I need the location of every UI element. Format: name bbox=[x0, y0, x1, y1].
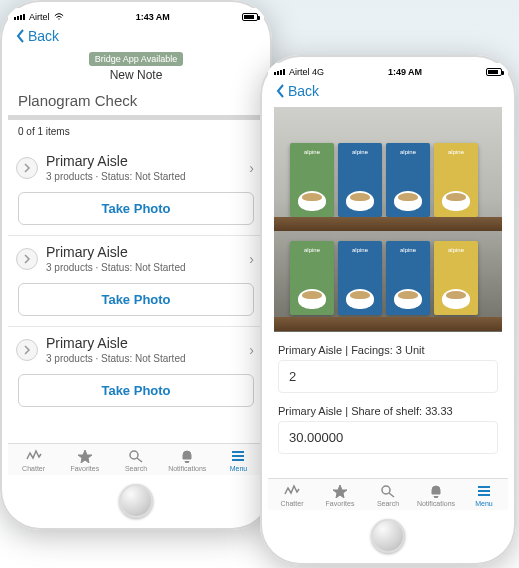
nav-bar: Back bbox=[8, 24, 264, 50]
home-button[interactable] bbox=[371, 519, 405, 553]
camera-preview: alpine alpine alpine alpine alpine alpin… bbox=[274, 107, 502, 332]
item-title: Primary Aisle bbox=[46, 153, 241, 169]
tab-chatter[interactable]: Chatter bbox=[8, 444, 59, 475]
screen-left: Airtel 1:43 AM Back Bridge App Available… bbox=[8, 8, 264, 475]
shelf-row: alpine alpine alpine alpine bbox=[290, 241, 478, 315]
tab-label: Chatter bbox=[22, 465, 45, 472]
product-logo: alpine bbox=[400, 247, 416, 253]
share-input[interactable]: 30.00000 bbox=[278, 421, 498, 454]
tab-label: Menu bbox=[475, 500, 493, 507]
items-list: Primary Aisle 3 products · Status: Not S… bbox=[8, 145, 264, 443]
tab-bar: Chatter Favorites Search Notifications M… bbox=[268, 478, 508, 510]
product-box: alpine bbox=[434, 143, 478, 217]
tab-label: Search bbox=[377, 500, 399, 507]
signal-icon bbox=[274, 69, 285, 75]
home-button[interactable] bbox=[119, 484, 153, 518]
item-title: Primary Aisle bbox=[46, 335, 241, 351]
item-subtitle: 3 products · Status: Not Started bbox=[46, 171, 241, 182]
item-subtitle: 3 products · Status: Not Started bbox=[46, 262, 241, 273]
take-photo-button[interactable]: Take Photo bbox=[18, 283, 254, 316]
product-box: alpine bbox=[386, 143, 430, 217]
back-label: Back bbox=[288, 83, 319, 99]
screen-right: Airtel 4G 1:49 AM Back alpine alpine alp… bbox=[268, 63, 508, 510]
product-box: alpine bbox=[290, 241, 334, 315]
tab-search[interactable]: Search bbox=[364, 479, 412, 510]
status-bar: Airtel 1:43 AM bbox=[8, 8, 264, 24]
status-time: 1:43 AM bbox=[136, 12, 170, 22]
tab-favorites[interactable]: Favorites bbox=[59, 444, 110, 475]
chevron-left-icon bbox=[16, 29, 26, 43]
status-bar: Airtel 4G 1:49 AM bbox=[268, 63, 508, 79]
field-label-facings: Primary Aisle | Facings: 3 Unit bbox=[268, 338, 508, 360]
progress-bar bbox=[8, 115, 264, 120]
field-label-share: Primary Aisle | Share of shelf: 33.33 bbox=[268, 399, 508, 421]
tab-label: Favorites bbox=[70, 465, 99, 472]
update-banner[interactable]: Bridge App Available bbox=[89, 52, 183, 66]
product-logo: alpine bbox=[352, 149, 368, 155]
tab-notifications[interactable]: Notifications bbox=[412, 479, 460, 510]
shelf-row: alpine alpine alpine alpine bbox=[290, 143, 478, 217]
phone-right: Airtel 4G 1:49 AM Back alpine alpine alp… bbox=[260, 55, 516, 565]
chevron-right-icon: › bbox=[249, 251, 256, 267]
battery-icon bbox=[486, 68, 502, 76]
chevron-icon bbox=[16, 248, 38, 270]
battery-icon bbox=[242, 13, 258, 21]
facings-input[interactable]: 2 bbox=[278, 360, 498, 393]
svg-point-1 bbox=[382, 486, 390, 494]
back-button[interactable]: Back bbox=[276, 83, 319, 99]
back-button[interactable]: Back bbox=[16, 28, 59, 44]
shelf bbox=[274, 317, 502, 331]
take-photo-button[interactable]: Take Photo bbox=[18, 374, 254, 407]
shelf bbox=[274, 217, 502, 231]
signal-icon bbox=[14, 14, 25, 20]
svg-point-0 bbox=[130, 451, 138, 459]
chevron-icon bbox=[16, 157, 38, 179]
item-title: Primary Aisle bbox=[46, 244, 241, 260]
tab-search[interactable]: Search bbox=[110, 444, 161, 475]
tab-bar: Chatter Favorites Search Notifications M… bbox=[8, 443, 264, 475]
product-logo: alpine bbox=[400, 149, 416, 155]
product-logo: alpine bbox=[352, 247, 368, 253]
product-box: alpine bbox=[338, 241, 382, 315]
product-logo: alpine bbox=[304, 149, 320, 155]
tab-label: Notifications bbox=[168, 465, 206, 472]
product-box: alpine bbox=[434, 241, 478, 315]
status-time: 1:49 AM bbox=[388, 67, 422, 77]
tab-label: Search bbox=[125, 465, 147, 472]
tab-chatter[interactable]: Chatter bbox=[268, 479, 316, 510]
tab-favorites[interactable]: Favorites bbox=[316, 479, 364, 510]
product-logo: alpine bbox=[304, 247, 320, 253]
item-subtitle: 3 products · Status: Not Started bbox=[46, 353, 241, 364]
list-item[interactable]: Primary Aisle 3 products · Status: Not S… bbox=[8, 236, 264, 277]
list-item[interactable]: Primary Aisle 3 products · Status: Not S… bbox=[8, 327, 264, 368]
tab-label: Favorites bbox=[326, 500, 355, 507]
chevron-icon bbox=[16, 339, 38, 361]
tab-menu[interactable]: Menu bbox=[213, 444, 264, 475]
page-title: Planogram Check bbox=[8, 88, 264, 115]
items-counter: 0 of 1 items bbox=[8, 124, 264, 145]
carrier-label: Airtel 4G bbox=[289, 67, 324, 77]
product-box: alpine bbox=[386, 241, 430, 315]
product-logo: alpine bbox=[448, 247, 464, 253]
chevron-left-icon bbox=[276, 84, 286, 98]
chevron-right-icon: › bbox=[249, 160, 256, 176]
tab-label: Menu bbox=[230, 465, 248, 472]
page-subtitle: New Note bbox=[8, 66, 264, 88]
back-label: Back bbox=[28, 28, 59, 44]
list-item[interactable]: Primary Aisle 3 products · Status: Not S… bbox=[8, 145, 264, 186]
tab-label: Notifications bbox=[417, 500, 455, 507]
tab-menu[interactable]: Menu bbox=[460, 479, 508, 510]
nav-bar: Back bbox=[268, 79, 508, 105]
product-box: alpine bbox=[338, 143, 382, 217]
carrier-label: Airtel bbox=[29, 12, 50, 22]
product-box: alpine bbox=[290, 143, 334, 217]
chevron-right-icon: › bbox=[249, 342, 256, 358]
tab-notifications[interactable]: Notifications bbox=[162, 444, 213, 475]
phone-left: Airtel 1:43 AM Back Bridge App Available… bbox=[0, 0, 272, 530]
wifi-icon bbox=[54, 13, 64, 21]
tab-label: Chatter bbox=[281, 500, 304, 507]
product-logo: alpine bbox=[448, 149, 464, 155]
take-photo-button[interactable]: Take Photo bbox=[18, 192, 254, 225]
